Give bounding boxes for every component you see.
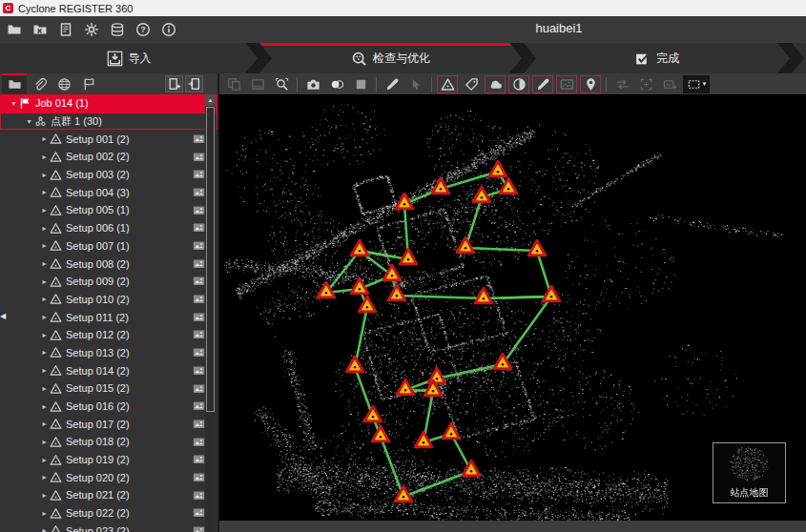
- tree-item-job[interactable]: ▾Job 014 (1): [0, 94, 217, 113]
- setup-image-thumb[interactable]: [193, 168, 205, 180]
- fit-view-button[interactable]: [635, 75, 656, 93]
- solid-fill-button[interactable]: [350, 75, 371, 93]
- tree-item-setup[interactable]: ▸Setup 022 (2): [0, 504, 217, 522]
- sidebar-tab-links[interactable]: [27, 73, 52, 94]
- tree-item-setup[interactable]: ▸Setup 005 (1): [0, 201, 217, 219]
- add-image-button[interactable]: [659, 75, 680, 93]
- tree-scrollbar[interactable]: ▲: [205, 94, 216, 532]
- setup-image-thumb[interactable]: [193, 311, 205, 323]
- pane-layout-button[interactable]: [247, 75, 268, 93]
- caret-right-icon[interactable]: ▸: [39, 277, 50, 286]
- setup-image-thumb[interactable]: [193, 453, 205, 465]
- show-annotations-button[interactable]: [532, 75, 553, 93]
- setup-image-thumb[interactable]: [193, 221, 205, 234]
- caret-right-icon[interactable]: ▸: [39, 313, 50, 321]
- caret-right-icon[interactable]: ▸: [39, 259, 50, 268]
- caret-right-icon[interactable]: ▸: [39, 241, 50, 250]
- tree-item-bundle[interactable]: ▾点群 1 (30): [0, 113, 217, 131]
- setup-marker[interactable]: [346, 357, 363, 372]
- tree-item-setup[interactable]: ▸Setup 017 (2): [0, 415, 217, 433]
- setup-image-thumb[interactable]: [193, 436, 205, 448]
- caret-right-icon[interactable]: ▸: [39, 438, 50, 446]
- sidebar-tab-marked[interactable]: [76, 73, 101, 94]
- show-images-button[interactable]: [556, 75, 577, 93]
- settings-button[interactable]: [81, 19, 102, 40]
- storage-button[interactable]: [107, 19, 128, 40]
- copy-view-button[interactable]: [223, 75, 244, 93]
- caret-right-icon[interactable]: ▸: [39, 366, 50, 375]
- show-limit-sphere-button[interactable]: [508, 75, 529, 93]
- tree-item-setup[interactable]: ▸Setup 010 (2): [0, 291, 217, 309]
- scroll-up-button[interactable]: ▲: [205, 94, 216, 106]
- setup-image-thumb[interactable]: [193, 275, 205, 287]
- setup-image-thumb[interactable]: [193, 204, 205, 216]
- caret-right-icon[interactable]: ▸: [39, 153, 50, 161]
- point-cloud-viewport[interactable]: 站点地图: [219, 94, 806, 521]
- setup-marker[interactable]: [364, 406, 382, 421]
- zoom-selection-button[interactable]: [271, 75, 292, 93]
- setup-image-thumb[interactable]: [193, 524, 205, 532]
- caret-right-icon[interactable]: ▸: [39, 134, 50, 143]
- caret-right-icon[interactable]: ▸: [39, 402, 50, 411]
- setup-marker[interactable]: [457, 237, 474, 253]
- import-bundle-button[interactable]: [185, 75, 203, 92]
- setup-marker[interactable]: [443, 423, 460, 439]
- setup-image-thumb[interactable]: [193, 257, 205, 270]
- setup-image-thumb[interactable]: [193, 418, 205, 430]
- tree-item-setup[interactable]: ▸Setup 006 (1): [0, 219, 217, 237]
- tree-item-setup[interactable]: ▸Setup 008 (2): [0, 255, 217, 273]
- tree-item-setup[interactable]: ▸Setup 011 (2): [0, 308, 217, 326]
- caret-right-icon[interactable]: ▸: [39, 206, 50, 215]
- sitemap-minimap[interactable]: 站点地图: [713, 442, 786, 503]
- tree-item-setup[interactable]: ▸Setup 004 (3): [0, 183, 217, 201]
- caret-right-icon[interactable]: ▸: [39, 491, 50, 500]
- caret-down-icon[interactable]: ▾: [9, 99, 19, 108]
- workflow-step-review-optimize[interactable]: 检查与优化: [259, 43, 522, 73]
- caret-right-icon[interactable]: ▸: [39, 224, 50, 233]
- caret-right-icon[interactable]: ▸: [39, 456, 50, 464]
- workflow-step-finish[interactable]: 完成: [524, 43, 790, 73]
- sidebar-tab-geo[interactable]: [52, 73, 76, 94]
- caret-right-icon[interactable]: ▸: [39, 509, 50, 518]
- help-button[interactable]: ?: [133, 19, 154, 40]
- setup-marker[interactable]: [359, 297, 376, 312]
- setup-image-thumb[interactable]: [193, 471, 205, 483]
- sidebar-collapse-handle[interactable]: ◀: [0, 309, 9, 324]
- caret-right-icon[interactable]: ▸: [39, 171, 50, 179]
- setup-image-thumb[interactable]: [193, 239, 205, 252]
- caret-right-icon[interactable]: ▸: [39, 473, 50, 481]
- caret-right-icon[interactable]: ▸: [39, 295, 50, 303]
- open-project-button[interactable]: [4, 19, 25, 40]
- close-project-button[interactable]: [30, 19, 51, 40]
- tree-item-setup[interactable]: ▸Setup 007 (1): [0, 237, 217, 256]
- setup-marker[interactable]: [383, 265, 401, 280]
- setup-marker[interactable]: [463, 460, 480, 476]
- selection-mode-button[interactable]: ▾: [683, 75, 710, 93]
- setup-image-thumb[interactable]: [193, 399, 205, 412]
- workflow-step-import[interactable]: 导入: [0, 43, 258, 73]
- setup-marker[interactable]: [428, 368, 445, 383]
- tree-item-setup[interactable]: ▸Setup 018 (2): [0, 433, 217, 451]
- about-button[interactable]: [158, 19, 179, 40]
- show-point-cloud-button[interactable]: [485, 75, 506, 93]
- setup-marker[interactable]: [388, 285, 405, 300]
- setup-marker[interactable]: [543, 286, 560, 301]
- add-bundle-button[interactable]: [165, 75, 183, 92]
- setup-image-thumb[interactable]: [193, 133, 205, 145]
- show-geotags-button[interactable]: [580, 75, 601, 93]
- tree-item-setup[interactable]: ▸Setup 021 (2): [0, 486, 217, 504]
- tree-item-setup[interactable]: ▸Setup 015 (2): [0, 379, 217, 398]
- caret-right-icon[interactable]: ▸: [39, 526, 50, 532]
- setup-marker[interactable]: [489, 161, 506, 176]
- caret-right-icon[interactable]: ▸: [39, 384, 50, 393]
- snapshot-button[interactable]: [302, 75, 323, 93]
- swap-links-button[interactable]: [611, 75, 632, 93]
- caret-right-icon[interactable]: ▸: [39, 188, 50, 196]
- show-setups-button[interactable]: [437, 75, 458, 93]
- tree-item-setup[interactable]: ▸Setup 012 (2): [0, 326, 217, 344]
- setup-marker[interactable]: [400, 249, 417, 264]
- tree-item-setup[interactable]: ▸Setup 016 (2): [0, 398, 217, 416]
- setup-image-thumb[interactable]: [193, 293, 205, 305]
- sidebar-tab-project-explorer[interactable]: [2, 73, 27, 94]
- setup-image-thumb[interactable]: [193, 186, 205, 198]
